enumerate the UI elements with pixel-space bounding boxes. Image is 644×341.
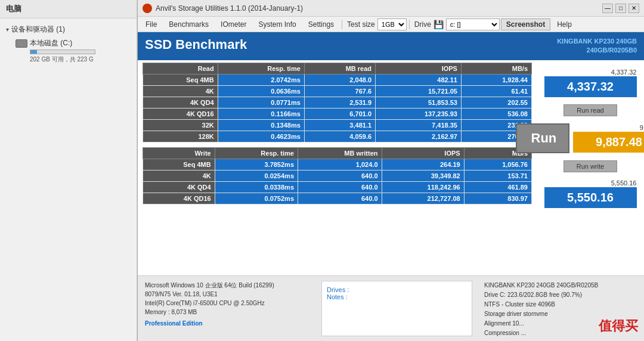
r6-iops: 2,162.97 — [376, 131, 462, 142]
r1-mb: 2,048.0 — [304, 74, 375, 85]
read-table: Read Resp. time MB read IOPS MB/s Seq 4M… — [143, 63, 532, 142]
r1-label: Seq 4MB — [143, 74, 218, 85]
drive-group: Drive 💾 c: [] — [414, 18, 500, 30]
r4-mb: 6,701.0 — [304, 108, 375, 119]
w4-label: 4K QD16 — [143, 193, 215, 204]
disk-icon — [16, 39, 27, 48]
w4-iops: 212,727.08 — [382, 193, 464, 204]
w1-mbs: 1,056.76 — [464, 159, 531, 170]
tree-devices[interactable]: ▾ 设备和驱动器 (1) — [4, 23, 133, 36]
table-row: 4K QD4 0.0771ms 2,531.9 51,853.53 202.55 — [143, 97, 532, 108]
test-size-select[interactable]: 1GB — [377, 18, 407, 30]
w2-label: 4K — [143, 170, 215, 181]
drive-select[interactable]: c: [] — [446, 18, 500, 30]
disk-name-row: 本地磁盘 (C:) — [16, 38, 121, 48]
disk-name: 本地磁盘 (C:) — [30, 38, 72, 48]
w4-mb: 640.0 — [298, 193, 382, 204]
read-score-box: 4,337.32 — [544, 76, 637, 97]
test-size-label: Test size — [347, 20, 375, 29]
r5-iops: 7,418.35 — [376, 119, 462, 131]
total-score-box: 9,887.48 — [573, 132, 645, 153]
w4-resp: 0.0752ms — [215, 193, 298, 204]
menu-iometer[interactable]: IOmeter — [215, 18, 252, 30]
run-read-button[interactable]: Run read — [564, 104, 617, 116]
run-button[interactable]: Run — [516, 123, 569, 153]
table-row: Seq 4MB 3.7852ms 1,024.0 264.19 1,056.76 — [143, 159, 532, 170]
content-area: SSD Benchmark KINGBANK KP230 240GB 240GB… — [138, 32, 644, 341]
watermark: 值得买 — [599, 317, 638, 335]
total-score-section: 9,887.48 9,887.48 — [573, 124, 645, 153]
write-section: Write Resp. time MB written IOPS MB/s Se… — [138, 145, 537, 207]
run-score-row: Run 9,887.48 9,887.48 — [516, 123, 645, 153]
read-header-mbs: MB/s — [461, 63, 531, 74]
read-section: Read Resp. time MB read IOPS MB/s Seq 4M… — [138, 60, 537, 145]
menu-file[interactable]: File — [140, 18, 162, 30]
menu-benchmarks[interactable]: Benchmarks — [163, 18, 214, 30]
close-button[interactable]: ✕ — [628, 4, 639, 13]
drives-label: Drives : — [327, 286, 467, 293]
r2-resp: 0.0636ms — [218, 85, 304, 97]
right-controls: 4,337.32 4,337.32 Run read Run 9,887.48 … — [537, 60, 644, 275]
r2-label: 4K — [143, 85, 218, 97]
r2-mb: 767.6 — [304, 85, 375, 97]
r3-iops: 51,853.53 — [376, 97, 462, 108]
w2-mbs: 153.71 — [464, 170, 531, 181]
write-header-resp: Resp. time — [215, 147, 298, 159]
disk-bar — [30, 50, 37, 54]
file-tree: ▾ 设备和驱动器 (1) 本地磁盘 (C:) 202 GB 可用，共 223 G — [0, 18, 137, 71]
read-score-section: 4,337.32 4,337.32 — [544, 69, 637, 97]
ssd-title-bar: SSD Benchmark KINGBANK KP230 240GB 240GB… — [138, 32, 644, 60]
w3-label: 4K QD4 — [143, 181, 215, 193]
drive-info-3: NTFS - Cluster size 4096B — [484, 300, 637, 309]
device-info-line2: 240GB/R0205B0 — [557, 46, 637, 55]
table-row: 4K 0.0636ms 767.6 15,721.05 61.41 — [143, 85, 532, 97]
drive-info-2: Drive C: 223.6/202.8GB free (90.7%) — [484, 290, 637, 300]
r2-mbs: 61.41 — [461, 85, 531, 97]
w1-label: Seq 4MB — [143, 159, 215, 170]
write-header-iops: IOPS — [382, 147, 464, 159]
w3-iops: 118,242.96 — [382, 181, 464, 193]
write-header-mb: MB written — [298, 147, 382, 159]
tables-wrapper: Read Resp. time MB read IOPS MB/s Seq 4M… — [138, 60, 537, 275]
r4-resp: 0.1166ms — [218, 108, 304, 119]
pro-edition-label: Professional Edition — [145, 319, 309, 328]
read-score-small-label: 4,337.32 — [544, 69, 637, 76]
r4-mbs: 536.08 — [461, 108, 531, 119]
bottom-sysinfo: Microsoft Windows 10 企业版 64位 Build (1629… — [138, 276, 317, 341]
run-write-button[interactable]: Run write — [564, 160, 617, 172]
write-score-section: 5,550.16 5,550.16 — [544, 179, 637, 208]
w3-resp: 0.0338ms — [215, 181, 298, 193]
r3-mb: 2,531.9 — [304, 97, 375, 108]
r4-label: 4K QD16 — [143, 108, 218, 119]
table-row: 128K 0.4623ms 4,059.6 2,162.97 270.37 — [143, 131, 532, 142]
table-row: 4K QD4 0.0338ms 640.0 118,242.96 461.89 — [143, 181, 532, 193]
w1-iops: 264.19 — [382, 159, 464, 170]
maximize-button[interactable]: □ — [615, 4, 626, 13]
w2-mb: 640.0 — [298, 170, 382, 181]
write-score-small-label: 5,550.16 — [544, 179, 637, 187]
local-disk-item[interactable]: 本地磁盘 (C:) 202 GB 可用，共 223 G — [4, 36, 133, 66]
total-score-small: 9,887.48 — [573, 124, 645, 131]
read-header-label: Read — [143, 63, 218, 74]
ssd-title-text: SSD Benchmark — [145, 37, 247, 52]
w2-resp: 0.0254ms — [215, 170, 298, 181]
window-title: Anvil's Storage Utilities 1.1.0 (2014-Ja… — [156, 4, 303, 13]
title-bar-left: Anvil's Storage Utilities 1.1.0 (2014-Ja… — [143, 4, 303, 13]
menu-separator-2 — [409, 20, 410, 29]
menu-help[interactable]: Help — [552, 18, 577, 30]
r4-iops: 137,235.93 — [376, 108, 462, 119]
w1-mb: 1,024.0 — [298, 159, 382, 170]
main-window: Anvil's Storage Utilities 1.1.0 (2014-Ja… — [137, 0, 644, 341]
menu-system-info[interactable]: System Info — [253, 18, 301, 30]
menu-settings[interactable]: Settings — [303, 18, 339, 30]
notes-area[interactable]: Drives : Notes : — [321, 281, 472, 336]
w3-mbs: 461.89 — [464, 181, 531, 193]
r3-label: 4K QD4 — [143, 97, 218, 108]
r5-resp: 0.1348ms — [218, 119, 304, 131]
read-header-resp: Resp. time — [218, 63, 304, 74]
r6-label: 128K — [143, 131, 218, 142]
r1-resp: 2.0742ms — [218, 74, 304, 85]
read-header-mb: MB read — [304, 63, 375, 74]
minimize-button[interactable]: — — [602, 4, 613, 13]
screenshot-button[interactable]: Screenshot — [501, 18, 550, 30]
